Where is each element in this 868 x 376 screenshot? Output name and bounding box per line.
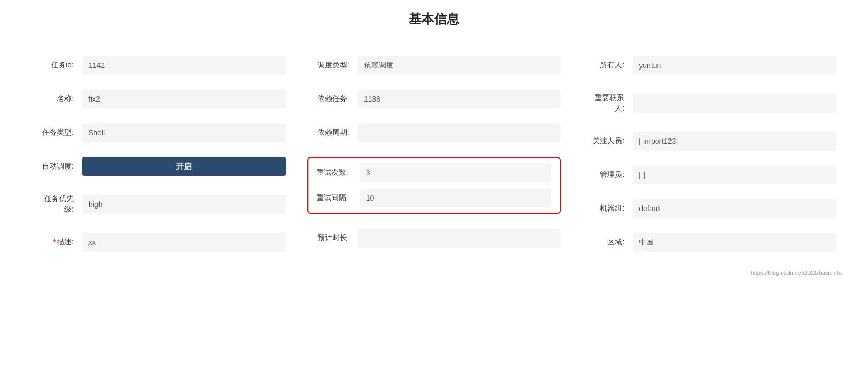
- retry-count-value: 3: [360, 163, 552, 182]
- task-type-value: Shell: [82, 123, 286, 142]
- priority-label: 任务优先级:: [32, 194, 74, 214]
- owner-row: 所有人: yuntun: [571, 48, 847, 82]
- schedule-type-value: 依赖调度: [358, 56, 561, 75]
- footer-url: https://blog.csdn.net/2021/basicinfo: [21, 270, 847, 276]
- task-id-value: 1142: [82, 56, 286, 75]
- owner-value: yuntun: [633, 56, 836, 75]
- retry-count-row: 重试次数: 3: [317, 163, 552, 182]
- dep-task-value: 1138: [358, 90, 561, 108]
- left-column: 任务id: 1142 名称: fix2 任务类型: Shell 自动调度: 开启…: [21, 48, 297, 259]
- estimated-duration-value: [358, 229, 561, 248]
- task-id-label: 任务id:: [32, 61, 74, 70]
- retry-interval-value: 10: [360, 189, 552, 207]
- description-value: xx: [82, 233, 286, 252]
- schedule-type-row: 调度类型: 依赖调度: [297, 48, 572, 82]
- admin-value: [ ]: [633, 165, 836, 184]
- estimated-duration-row: 预计时长:: [297, 221, 572, 255]
- dep-task-label: 依赖任务:: [307, 94, 349, 104]
- auto-schedule-row: 自动调度: 开启: [21, 150, 297, 183]
- owner-label: 所有人:: [582, 61, 624, 70]
- description-row: 描述: xx: [21, 225, 297, 259]
- region-label: 区域:: [582, 238, 624, 247]
- region-row: 区域: 中国: [571, 225, 847, 259]
- priority-value: high: [82, 195, 286, 214]
- task-id-row: 任务id: 1142: [21, 48, 297, 82]
- retry-box: 重试次数: 3 重试间隔: 10: [307, 157, 561, 214]
- dep-task-row: 依赖任务: 1138: [297, 82, 572, 116]
- page-container: 基本信息 任务id: 1142 名称: fix2 任务类型: Shell 自动调…: [0, 0, 868, 297]
- retry-interval-label: 重试间隔:: [317, 193, 353, 203]
- dep-cycle-row: 依赖周期:: [297, 116, 572, 150]
- machine-group-value: default: [633, 199, 836, 218]
- contact-label: 重要联系人:: [582, 93, 624, 113]
- followers-value: [ import123]: [633, 132, 836, 151]
- followers-label: 关注人员:: [582, 136, 624, 146]
- task-type-label: 任务类型:: [32, 128, 74, 137]
- admin-label: 管理员:: [582, 170, 624, 180]
- followers-row: 关注人员: [ import123]: [571, 124, 847, 158]
- auto-schedule-label: 自动调度:: [32, 162, 74, 171]
- auto-schedule-value[interactable]: 开启: [82, 157, 286, 176]
- region-value: 中国: [633, 233, 836, 252]
- task-type-row: 任务类型: Shell: [21, 116, 297, 150]
- admin-row: 管理员: [ ]: [571, 158, 847, 192]
- middle-column: 调度类型: 依赖调度 依赖任务: 1138 依赖周期: 重试次数: 3: [297, 48, 572, 259]
- description-label: 描述:: [32, 238, 74, 247]
- machine-group-label: 机器组:: [582, 204, 624, 213]
- page-title: 基本信息: [21, 11, 847, 27]
- priority-row: 任务优先级: high: [21, 183, 297, 225]
- estimated-duration-label: 预计时长:: [307, 233, 349, 243]
- dep-cycle-value: [358, 123, 561, 142]
- name-label: 名称:: [32, 94, 74, 104]
- schedule-type-label: 调度类型:: [307, 61, 349, 70]
- machine-group-row: 机器组: default: [571, 192, 847, 225]
- name-row: 名称: fix2: [21, 82, 297, 116]
- retry-box-row: 重试次数: 3 重试间隔: 10: [297, 150, 572, 221]
- form-grid: 任务id: 1142 名称: fix2 任务类型: Shell 自动调度: 开启…: [21, 48, 847, 259]
- retry-interval-row: 重试间隔: 10: [317, 189, 552, 207]
- retry-count-label: 重试次数:: [317, 168, 353, 177]
- dep-cycle-label: 依赖周期:: [307, 128, 349, 137]
- right-column: 所有人: yuntun 重要联系人: 关注人员: [ import123] 管理…: [571, 48, 847, 259]
- contact-row: 重要联系人:: [571, 82, 847, 124]
- name-value: fix2: [82, 90, 286, 108]
- contact-value: [633, 94, 836, 113]
